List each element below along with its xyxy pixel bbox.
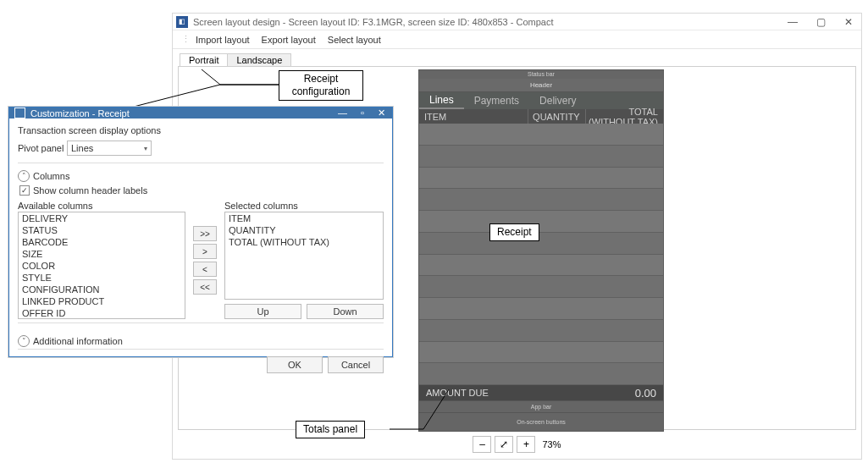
move-left-button[interactable]: < bbox=[193, 262, 217, 277]
pivot-panel-select[interactable]: Lines ▾ bbox=[67, 141, 152, 156]
move-all-right-button[interactable]: >> bbox=[193, 226, 217, 241]
preview-row bbox=[419, 320, 663, 342]
window-title: Screen layout design - Screen layout ID:… bbox=[193, 17, 788, 27]
callout-receipt-configuration: Receipt configuration bbox=[279, 70, 363, 101]
list-item[interactable]: OFFER ID bbox=[19, 307, 185, 319]
preview-status-bar: Status bar bbox=[419, 70, 663, 79]
preview-row bbox=[419, 233, 663, 255]
menu-import-layout[interactable]: Import layout bbox=[196, 35, 250, 45]
col-item: ITEM bbox=[419, 112, 528, 122]
checkbox-icon: ✓ bbox=[19, 185, 30, 196]
pivot-panel-value: Lines bbox=[71, 143, 93, 153]
orientation-tabs: Portrait Landscape bbox=[178, 49, 856, 66]
show-column-header-checkbox[interactable]: ✓ Show column header labels bbox=[19, 185, 147, 196]
list-item[interactable]: CONFIGURATION bbox=[19, 284, 185, 295]
collapse-up-icon: ˄ bbox=[18, 170, 30, 182]
tab-landscape[interactable]: Landscape bbox=[227, 53, 291, 66]
zoom-fit-button[interactable]: ⤢ bbox=[495, 436, 513, 453]
preview-tab-lines[interactable]: Lines bbox=[419, 92, 464, 109]
preview-row bbox=[419, 189, 663, 211]
preview-row bbox=[419, 146, 663, 168]
customization-dialog: Customization - Receipt — ▫ ✕ Transactio… bbox=[8, 107, 393, 357]
list-item[interactable]: STATUS bbox=[19, 224, 185, 236]
columns-header-label: Columns bbox=[33, 171, 69, 181]
zoom-controls: – ⤢ + 73% bbox=[178, 435, 856, 454]
selected-columns-list[interactable]: ITEM QUANTITY TOTAL (WITHOUT TAX) bbox=[224, 212, 384, 300]
dialog-icon bbox=[14, 107, 25, 119]
ok-button[interactable]: OK bbox=[267, 356, 323, 373]
additional-information-header[interactable]: ˅ Additional information bbox=[18, 335, 384, 347]
zoom-value: 73% bbox=[542, 439, 561, 449]
preview-totals-panel: AMOUNT DUE 0.00 bbox=[419, 385, 663, 400]
preview-tab-delivery[interactable]: Delivery bbox=[529, 95, 586, 107]
additional-information-label: Additional information bbox=[33, 336, 123, 346]
available-columns-label: Available columns bbox=[18, 201, 185, 211]
dialog-minimize-button[interactable]: — bbox=[338, 107, 347, 119]
preview-tab-payments[interactable]: Payments bbox=[464, 95, 529, 107]
preview-rows bbox=[419, 124, 663, 385]
cancel-button[interactable]: Cancel bbox=[328, 356, 384, 373]
dialog-close-button[interactable]: ✕ bbox=[378, 107, 385, 119]
expand-down-icon: ˅ bbox=[18, 335, 30, 347]
callout-totals-panel: Totals panel bbox=[296, 421, 365, 438]
list-item[interactable]: QUANTITY bbox=[225, 224, 383, 236]
zoom-out-button[interactable]: – bbox=[473, 436, 491, 453]
col-total: TOTAL (WITHOUT TAX) bbox=[585, 109, 663, 124]
list-item[interactable]: BARCODE bbox=[19, 236, 185, 248]
move-down-button[interactable]: Down bbox=[307, 304, 384, 319]
menu-select-layout[interactable]: Select layout bbox=[328, 35, 381, 45]
preview-row bbox=[419, 298, 663, 320]
dialog-maximize-button[interactable]: ▫ bbox=[361, 107, 364, 119]
list-item[interactable]: STYLE bbox=[19, 272, 185, 284]
zoom-in-button[interactable]: + bbox=[517, 436, 535, 453]
list-item[interactable]: TOTAL (WITHOUT TAX) bbox=[225, 236, 383, 248]
list-item[interactable]: DELIVERY bbox=[19, 212, 185, 224]
tab-portrait[interactable]: Portrait bbox=[180, 53, 228, 66]
callout-receipt: Receipt bbox=[489, 223, 539, 241]
close-button[interactable]: ✕ bbox=[844, 17, 853, 27]
preview-row bbox=[419, 342, 663, 364]
preview-row bbox=[419, 124, 663, 146]
list-item[interactable]: SIZE bbox=[19, 248, 185, 260]
preview-header: Header bbox=[419, 79, 663, 92]
move-all-left-button[interactable]: << bbox=[193, 279, 217, 295]
menu-export-layout[interactable]: Export layout bbox=[262, 35, 316, 45]
list-item[interactable]: ITEM bbox=[225, 212, 383, 224]
list-item[interactable]: COLOR bbox=[19, 260, 185, 272]
amount-due-label: AMOUNT DUE bbox=[419, 388, 635, 398]
device-preview: Status bar Header Lines Payments Deliver… bbox=[418, 69, 664, 432]
pivot-panel-label: Pivot panel bbox=[18, 143, 67, 153]
preview-row bbox=[419, 255, 663, 277]
app-icon: ◧ bbox=[176, 16, 188, 28]
preview-row bbox=[419, 363, 663, 385]
show-column-header-label: Show column header labels bbox=[33, 185, 147, 196]
preview-os-buttons: On-screen buttons bbox=[419, 412, 663, 431]
maximize-button[interactable]: ▢ bbox=[816, 17, 826, 27]
move-up-button[interactable]: Up bbox=[224, 304, 301, 319]
dialog-subtitle: Transaction screen display options bbox=[18, 125, 384, 135]
preview-row bbox=[419, 211, 663, 233]
amount-due-value: 0.00 bbox=[635, 387, 663, 400]
chevron-down-icon: ▾ bbox=[144, 145, 147, 152]
titlebar: ◧ Screen layout design - Screen layout I… bbox=[173, 14, 861, 30]
minimize-button[interactable]: — bbox=[788, 17, 798, 27]
menubar: ⋮ Import layout Export layout Select lay… bbox=[173, 30, 861, 49]
preview-row bbox=[419, 168, 663, 190]
move-right-button[interactable]: > bbox=[193, 244, 217, 259]
preview-column-headers: ITEM QUANTITY TOTAL (WITHOUT TAX) bbox=[419, 109, 663, 124]
col-quantity: QUANTITY bbox=[528, 109, 585, 124]
selected-columns-label: Selected columns bbox=[224, 201, 384, 211]
dialog-title: Customization - Receipt bbox=[30, 108, 338, 119]
available-columns-list[interactable]: DELIVERY STATUS BARCODE SIZE COLOR STYLE… bbox=[18, 212, 185, 319]
preview-row bbox=[419, 276, 663, 298]
columns-group-header[interactable]: ˄ Columns bbox=[18, 170, 384, 182]
list-item[interactable]: LINKED PRODUCT bbox=[19, 295, 185, 307]
dialog-titlebar: Customization - Receipt — ▫ ✕ bbox=[9, 107, 392, 119]
preview-app-bar: App bar bbox=[419, 400, 663, 412]
